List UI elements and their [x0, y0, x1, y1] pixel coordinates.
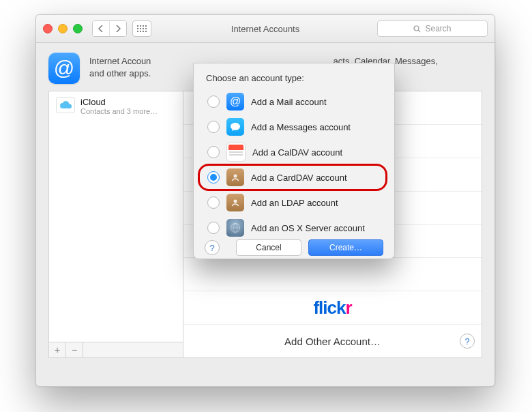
remove-account-button[interactable]: −: [66, 342, 83, 357]
option-carddav[interactable]: Add a CardDAV account: [205, 166, 383, 189]
option-label: Add an OS X Server account: [251, 223, 365, 233]
chevron-left-icon: [98, 25, 104, 32]
at-icon: @: [48, 53, 80, 84]
account-item-icloud[interactable]: iCloud Contacts and 3 more…: [49, 91, 183, 121]
accounts-sidebar: iCloud Contacts and 3 more… + −: [49, 91, 183, 357]
search-icon: [413, 25, 421, 33]
cancel-button[interactable]: Cancel: [236, 239, 301, 256]
radio-ldap[interactable]: [207, 196, 220, 209]
radio-messages[interactable]: [207, 121, 220, 133]
radio-mail[interactable]: [207, 95, 220, 108]
contacts-icon: [226, 168, 244, 186]
option-messages[interactable]: Add a Messages account: [205, 115, 383, 138]
minimize-window-button[interactable]: [58, 24, 68, 33]
option-caldav[interactable]: Add a CalDAV account: [205, 141, 383, 164]
mail-icon: @: [226, 93, 244, 111]
traffic-lights: [43, 24, 83, 33]
svg-point-2: [234, 175, 237, 178]
messages-icon: [226, 118, 244, 136]
option-label: Add a CalDAV account: [252, 147, 342, 158]
globe-icon: [226, 219, 244, 237]
back-button[interactable]: [93, 21, 109, 36]
account-type-sheet: Choose an account type: @ Add a Mail acc…: [193, 63, 395, 259]
sheet-help-button[interactable]: ?: [205, 240, 220, 255]
sidebar-footer: + −: [49, 342, 183, 357]
chevron-right-icon: [115, 25, 121, 32]
close-window-button[interactable]: [43, 24, 53, 33]
provider-row-flickr[interactable]: flickr: [183, 291, 482, 325]
option-osx-server[interactable]: Add an OS X Server account: [205, 216, 383, 239]
option-label: Add an LDAP account: [251, 198, 338, 208]
zoom-window-button[interactable]: [73, 24, 83, 33]
svg-point-3: [234, 200, 237, 203]
forward-button[interactable]: [109, 21, 126, 36]
titlebar: Internet Accounts Search: [36, 15, 494, 43]
radio-osx[interactable]: [207, 222, 220, 234]
radio-caldav[interactable]: [207, 146, 220, 158]
option-label: Add a CardDAV account: [251, 173, 347, 183]
nav-back-forward: [92, 20, 127, 37]
calendar-icon: [226, 143, 246, 162]
help-button[interactable]: ?: [460, 334, 475, 349]
sheet-title: Choose an account type:: [206, 73, 383, 83]
account-name: iCloud: [80, 97, 158, 107]
icloud-icon: [56, 97, 75, 113]
prefs-window: Internet Accounts Search @ Internet Acco…: [35, 14, 495, 387]
option-label: Add a Mail account: [251, 97, 327, 107]
provider-row-5[interactable]: [183, 258, 482, 291]
account-subtitle: Contacts and 3 more…: [80, 107, 158, 115]
search-placeholder: Search: [425, 24, 451, 33]
contacts-icon: [226, 194, 244, 211]
grid-icon: [137, 25, 147, 32]
create-button[interactable]: Create…: [308, 239, 383, 256]
svg-point-0: [414, 26, 419, 31]
option-label: Add a Messages account: [251, 122, 351, 132]
add-account-button[interactable]: +: [49, 342, 66, 357]
search-field[interactable]: Search: [377, 20, 488, 37]
radio-carddav[interactable]: [207, 171, 220, 183]
show-all-prefs-button[interactable]: [132, 20, 151, 37]
add-other-account-row[interactable]: Add Other Account… ?: [183, 325, 482, 357]
option-ldap[interactable]: Add an LDAP account: [205, 191, 383, 214]
flickr-logo: flickr: [313, 297, 351, 319]
option-mail[interactable]: @ Add a Mail account: [205, 90, 383, 113]
svg-line-1: [419, 30, 421, 32]
add-other-label: Add Other Account…: [284, 336, 381, 347]
